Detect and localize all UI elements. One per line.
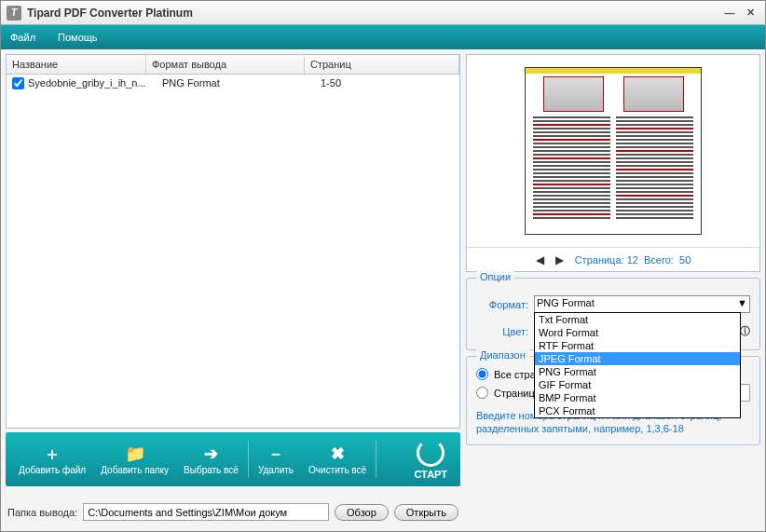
x-icon: ✖ bbox=[328, 444, 347, 463]
app-window: T Tipard PDF Converter Platinum — ✕ Файл… bbox=[0, 0, 766, 532]
menu-help[interactable]: Помощь bbox=[58, 32, 98, 43]
preview-page bbox=[467, 55, 759, 247]
left-pane: Название Формат вывода Страниц Syedobnie… bbox=[6, 54, 460, 526]
add-file-label: Добавить файл bbox=[19, 465, 86, 475]
open-button[interactable]: Открыть bbox=[394, 504, 458, 521]
document-thumbnail bbox=[525, 67, 702, 235]
output-label: Папка вывода: bbox=[7, 507, 77, 518]
format-select[interactable]: PNG Format▼ bbox=[534, 295, 750, 313]
row-name: Syedobnie_griby_i_ih_n... bbox=[28, 77, 162, 89]
arrow-right-icon: ➔ bbox=[201, 444, 220, 463]
menu-file[interactable]: Файл bbox=[10, 32, 35, 43]
app-logo-icon: T bbox=[7, 6, 21, 20]
browse-button[interactable]: Обзор bbox=[335, 504, 389, 521]
toolbar-separator bbox=[376, 441, 376, 478]
start-button[interactable]: СТАРТ bbox=[406, 439, 455, 480]
format-option[interactable]: Word Format bbox=[535, 326, 740, 339]
color-info-icon[interactable]: ⓘ bbox=[740, 324, 750, 338]
col-header-name[interactable]: Название bbox=[7, 55, 146, 74]
format-option[interactable]: GIF Format bbox=[535, 378, 740, 391]
remove-button[interactable]: － Удалить bbox=[251, 441, 301, 479]
range-legend: Диапазон bbox=[476, 349, 529, 361]
titlebar: T Tipard PDF Converter Platinum — ✕ bbox=[1, 1, 765, 25]
folder-plus-icon: 📁 bbox=[126, 444, 144, 463]
format-row: Формат: PNG Format▼ Txt FormatWord Forma… bbox=[476, 295, 750, 313]
plus-icon: ＋ bbox=[43, 444, 62, 463]
prev-page-button[interactable]: ◀ bbox=[536, 253, 544, 266]
row-checkbox[interactable] bbox=[12, 77, 24, 89]
row-pages: 1-50 bbox=[321, 77, 454, 89]
output-path-input[interactable] bbox=[83, 503, 329, 521]
output-row: Папка вывода: Обзор Открыть bbox=[6, 499, 460, 526]
select-all-button[interactable]: ➔ Выбрать всё bbox=[176, 441, 246, 479]
add-folder-button[interactable]: 📁 Добавить папку bbox=[93, 441, 176, 479]
refresh-icon bbox=[417, 439, 445, 467]
range-pages-radio[interactable] bbox=[476, 387, 488, 399]
col-header-format[interactable]: Формат вывода bbox=[146, 55, 305, 74]
minimize-button[interactable]: — bbox=[720, 5, 739, 21]
format-option[interactable]: RTF Format bbox=[535, 339, 740, 352]
format-label: Формат: bbox=[476, 299, 528, 310]
row-format: PNG Format bbox=[162, 77, 321, 89]
remove-label: Удалить bbox=[258, 465, 294, 475]
clear-all-label: Очистить всё bbox=[308, 465, 366, 475]
menubar: Файл Помощь bbox=[1, 25, 765, 49]
select-all-label: Выбрать всё bbox=[184, 465, 239, 475]
add-folder-label: Добавить папку bbox=[101, 465, 169, 475]
toolbar-separator bbox=[248, 441, 249, 478]
clear-all-button[interactable]: ✖ Очистить всё bbox=[301, 441, 374, 479]
range-all-radio[interactable] bbox=[476, 368, 488, 380]
right-pane: ◀ ▶ Страница: 12 Всего: 50 Опции Формат:… bbox=[466, 54, 760, 526]
format-option[interactable]: PNG Format bbox=[535, 365, 740, 378]
options-legend: Опции bbox=[476, 271, 514, 282]
color-label: Цвет: bbox=[476, 326, 528, 337]
page-info: Страница: 12 Всего: 50 bbox=[575, 254, 691, 266]
format-dropdown: Txt FormatWord FormatRTF FormatJPEG Form… bbox=[534, 312, 741, 418]
file-list: Название Формат вывода Страниц Syedobnie… bbox=[6, 54, 460, 429]
format-option[interactable]: Txt Format bbox=[535, 313, 740, 326]
preview-panel: ◀ ▶ Страница: 12 Всего: 50 bbox=[466, 54, 760, 272]
minus-icon: － bbox=[267, 444, 285, 463]
next-page-button[interactable]: ▶ bbox=[555, 253, 564, 266]
list-row[interactable]: Syedobnie_griby_i_ih_n... PNG Format 1-5… bbox=[7, 75, 459, 92]
col-header-pages[interactable]: Страниц bbox=[305, 55, 459, 74]
content-area: Название Формат вывода Страниц Syedobnie… bbox=[1, 49, 765, 531]
format-option[interactable]: PCX Format bbox=[535, 404, 740, 417]
window-title: Tipard PDF Converter Platinum bbox=[27, 7, 718, 20]
options-group: Опции Формат: PNG Format▼ Txt FormatWord… bbox=[466, 278, 760, 350]
start-label: СТАРТ bbox=[414, 469, 447, 480]
preview-nav: ◀ ▶ Страница: 12 Всего: 50 bbox=[467, 247, 759, 271]
action-toolbar: ＋ Добавить файл 📁 Добавить папку ➔ Выбра… bbox=[6, 432, 460, 486]
format-option[interactable]: JPEG Format bbox=[535, 352, 740, 365]
list-header: Название Формат вывода Страниц bbox=[7, 55, 459, 75]
close-button[interactable]: ✕ bbox=[741, 5, 759, 21]
add-file-button[interactable]: ＋ Добавить файл bbox=[11, 441, 93, 479]
format-option[interactable]: BMP Format bbox=[535, 391, 740, 404]
